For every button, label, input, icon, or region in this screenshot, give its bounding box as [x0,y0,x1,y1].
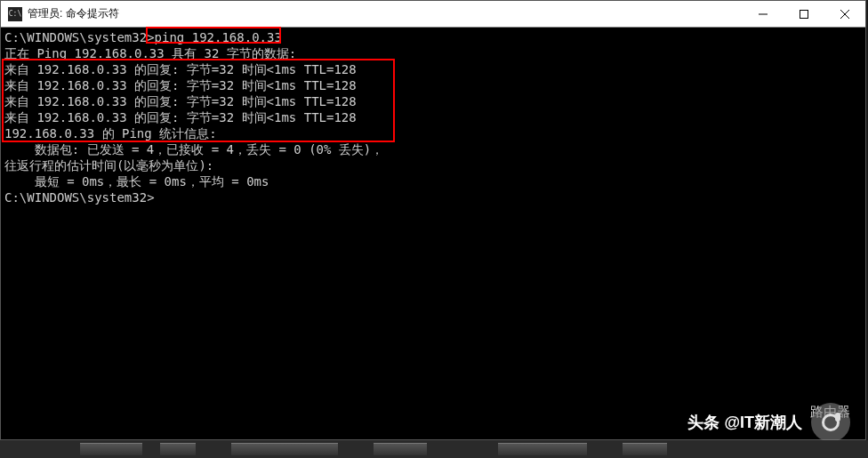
svg-rect-1 [800,10,808,18]
stats-packets: 数据包: 已发送 = 4，已接收 = 4，丢失 = 0 (0% 丢失)， [4,141,862,157]
prompt-prefix: C:\WINDOWS\system32> [4,30,155,44]
ping-reply: 来自 192.168.0.33 的回复: 字节=32 时间<1ms TTL=12… [4,109,862,125]
watermark: 头条 @IT新潮人 [687,403,850,442]
window-controls [743,1,865,27]
console-area[interactable]: C:\WINDOWS\system32>ping 192.168.0.33 正在… [1,28,865,439]
ping-header: 正在 Ping 192.168.0.33 具有 32 字节的数据: [4,45,862,61]
command-text: ping 192.168.0.33 [155,30,282,44]
stats-rtt-header: 往返行程的估计时间(以毫秒为单位): [4,157,862,173]
watermark-logo-icon [811,403,850,442]
app-icon: C:\ [8,7,22,21]
prompt-line: C:\WINDOWS\system32>ping 192.168.0.33 [4,29,862,45]
stats-header: 192.168.0.33 的 Ping 统计信息: [4,125,862,141]
taskbar-fragment [0,440,868,458]
ping-reply: 来自 192.168.0.33 的回复: 字节=32 时间<1ms TTL=12… [4,93,862,109]
titlebar[interactable]: C:\ 管理员: 命令提示符 [1,1,865,28]
maximize-button[interactable] [784,1,824,27]
stats-rtt: 最短 = 0ms，最长 = 0ms，平均 = 0ms [4,173,862,189]
watermark-footer-text: 头条 @IT新潮人 [687,412,802,433]
window-title: 管理员: 命令提示符 [28,6,119,21]
ping-reply: 来自 192.168.0.33 的回复: 字节=32 时间<1ms TTL=12… [4,61,862,77]
command-prompt-window: C:\ 管理员: 命令提示符 C:\WINDOWS\system32>ping … [0,0,866,440]
ping-reply: 来自 192.168.0.33 的回复: 字节=32 时间<1ms TTL=12… [4,77,862,93]
prompt-line: C:\WINDOWS\system32> [4,189,862,205]
minimize-button[interactable] [743,1,784,27]
close-button[interactable] [824,1,865,27]
